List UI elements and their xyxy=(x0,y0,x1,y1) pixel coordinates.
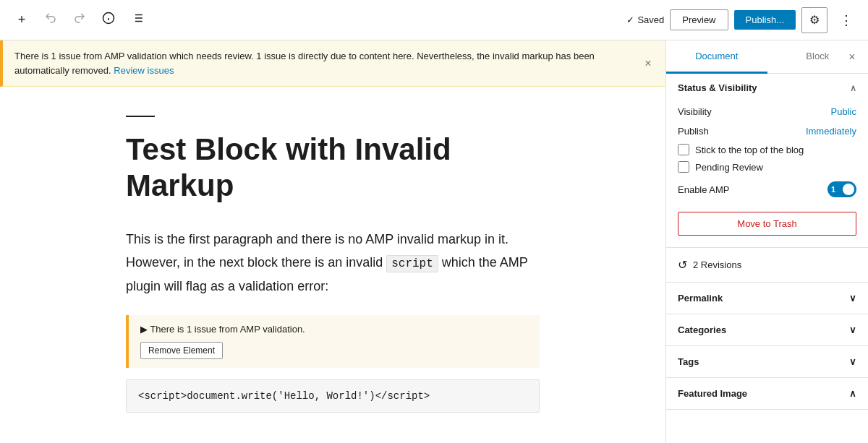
toggle-on-label: 1 xyxy=(831,185,835,194)
amp-warning-block: ▶ There is 1 issue from AMP validation. … xyxy=(126,315,540,368)
settings-button[interactable]: ⚙ xyxy=(801,7,827,33)
categories-section-header[interactable]: Categories ∨ xyxy=(666,314,868,346)
featured-image-section-header[interactable]: Featured Image ∧ xyxy=(666,378,868,410)
permalink-section-header[interactable]: Permalink ∨ xyxy=(666,283,868,314)
status-visibility-header[interactable]: Status & Visibility ∧ xyxy=(666,74,868,102)
enable-amp-toggle[interactable]: 1 xyxy=(827,181,856,197)
tags-chevron-icon: ∨ xyxy=(849,356,856,367)
info-icon xyxy=(102,12,115,28)
amp-banner-message: There is 1 issue from AMP validation whi… xyxy=(14,51,595,76)
saved-label: Saved xyxy=(637,14,664,25)
review-issues-link[interactable]: Review issues xyxy=(114,65,174,76)
main-area: There is 1 issue from AMP validation whi… xyxy=(0,40,868,443)
post-body-code: script xyxy=(386,255,438,272)
amp-validation-banner: There is 1 issue from AMP validation whi… xyxy=(0,40,665,87)
publish-row: Publish Immediately xyxy=(678,121,856,141)
post-body-paragraph[interactable]: This is the first paragraph and there is… xyxy=(126,228,540,298)
categories-chevron-icon: ∨ xyxy=(849,324,856,335)
redo-button[interactable] xyxy=(67,7,93,33)
list-icon xyxy=(131,12,144,28)
publish-value[interactable]: Immediately xyxy=(806,126,856,137)
gear-icon: ⚙ xyxy=(809,13,820,27)
post-separator xyxy=(126,116,155,117)
revisions-icon: ↺ xyxy=(678,258,687,272)
pending-review-row: Pending Review xyxy=(678,158,856,176)
post-content: Test Block with Invalid Markup This is t… xyxy=(109,87,557,442)
undo-button[interactable] xyxy=(38,7,64,33)
revisions-label: 2 Revisions xyxy=(693,259,741,270)
featured-image-label: Featured Image xyxy=(678,388,747,399)
enable-amp-label: Enable AMP xyxy=(678,184,730,195)
categories-label: Categories xyxy=(678,324,726,335)
add-icon: + xyxy=(18,12,26,27)
amp-banner-close-button[interactable]: × xyxy=(639,55,657,72)
redo-icon xyxy=(73,12,86,28)
tags-label: Tags xyxy=(678,356,699,367)
block-navigation-button[interactable] xyxy=(124,7,150,33)
undo-icon xyxy=(44,12,57,28)
info-button[interactable] xyxy=(95,7,122,33)
status-visibility-content: Visibility Public Publish Immediately St… xyxy=(666,102,868,247)
sidebar-close-icon: × xyxy=(848,51,855,64)
pending-review-checkbox[interactable] xyxy=(678,161,689,173)
tab-document[interactable]: Document xyxy=(666,40,767,74)
add-block-button[interactable]: + xyxy=(9,7,35,33)
more-options-button[interactable]: ⋮ xyxy=(833,7,859,33)
amp-warning-text: ▶ There is 1 issue from AMP validation. xyxy=(140,324,528,335)
permalink-chevron-icon: ∨ xyxy=(849,293,856,304)
code-block[interactable]: <script>document.write('Hello, World!')<… xyxy=(126,379,540,413)
visibility-value[interactable]: Public xyxy=(831,106,856,117)
post-title[interactable]: Test Block with Invalid Markup xyxy=(126,132,540,205)
stick-to-top-checkbox[interactable] xyxy=(678,144,689,155)
tags-section-header[interactable]: Tags ∨ xyxy=(666,346,868,378)
move-to-trash-button[interactable]: Move to Trash xyxy=(678,212,856,236)
pending-review-label: Pending Review xyxy=(695,162,763,173)
status-visibility-section: Status & Visibility ∧ Visibility Public … xyxy=(666,74,868,248)
stick-to-top-row: Stick to the top of the blog xyxy=(678,141,856,158)
sidebar-close-button[interactable]: × xyxy=(839,44,865,70)
toolbar: + ✓ Saved Preview Publis xyxy=(0,0,868,40)
remove-element-button[interactable]: Remove Element xyxy=(140,342,223,359)
chevron-up-icon: ∧ xyxy=(850,83,856,93)
more-icon: ⋮ xyxy=(840,12,853,28)
toolbar-left: + xyxy=(9,7,150,33)
stick-to-top-label: Stick to the top of the blog xyxy=(695,145,804,155)
publish-label: Publish xyxy=(678,126,709,137)
permalink-label: Permalink xyxy=(678,293,723,304)
status-visibility-heading: Status & Visibility xyxy=(678,82,757,93)
enable-amp-row: Enable AMP 1 xyxy=(678,176,856,203)
visibility-row: Visibility Public xyxy=(678,102,856,121)
editor-area: There is 1 issue from AMP validation whi… xyxy=(0,40,665,443)
preview-button[interactable]: Preview xyxy=(670,9,728,30)
revisions-row[interactable]: ↺ 2 Revisions xyxy=(666,248,868,283)
close-icon: × xyxy=(644,57,651,70)
checkmark-icon: ✓ xyxy=(626,14,634,25)
sidebar-tabs: Document Block × xyxy=(666,40,868,74)
publish-button[interactable]: Publish... xyxy=(734,10,796,30)
sidebar: Document Block × Status & Visibility ∧ V… xyxy=(665,40,868,443)
featured-image-chevron-icon: ∧ xyxy=(849,388,856,399)
toolbar-right: ✓ Saved Preview Publish... ⚙ ⋮ xyxy=(626,7,859,33)
visibility-label: Visibility xyxy=(678,106,712,117)
saved-indicator: ✓ Saved xyxy=(626,14,664,25)
